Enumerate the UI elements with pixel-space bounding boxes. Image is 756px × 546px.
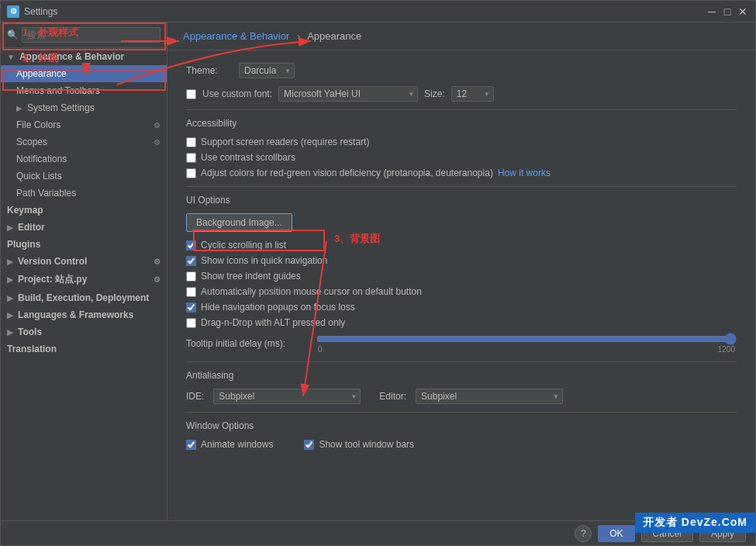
accessibility-row-0: Support screen readers (requires restart… bbox=[186, 136, 737, 147]
editor-antialias-wrapper[interactable]: Subpixel Greyscale No antialiasing bbox=[416, 389, 563, 404]
sidebar-item-label: System Settings bbox=[27, 102, 95, 113]
theme-row: Theme: Darcula IntelliJ bbox=[186, 63, 737, 78]
tooltip-slider-row: Tooltip initial delay (ms): 0 1200 bbox=[186, 333, 737, 354]
sidebar-item-label: Translation bbox=[7, 344, 57, 354]
close-button[interactable]: ✕ bbox=[737, 5, 749, 18]
ui-checkbox-3[interactable] bbox=[186, 287, 196, 297]
ui-checkbox-label-3: Automatically position mouse cursor on d… bbox=[201, 286, 422, 297]
title-bar: ⚙ Settings ─ □ ✕ bbox=[1, 1, 755, 22]
slider-min: 0 bbox=[318, 345, 323, 354]
accessibility-checkbox-1[interactable] bbox=[186, 153, 196, 163]
sidebar-item-appearance[interactable]: Appearance bbox=[1, 65, 167, 82]
expand-arrow-icon: ▶ bbox=[7, 328, 13, 337]
theme-label: Theme: bbox=[186, 65, 233, 76]
sidebar-tree: ▼ Appearance & Behavior Appearance Menus… bbox=[1, 48, 167, 520]
ui-checkbox-row-1: Show icons in quick navigation bbox=[186, 255, 737, 266]
ui-checkbox-4[interactable] bbox=[186, 302, 196, 313]
ui-checkbox-label-2: Show tree indent guides bbox=[201, 271, 301, 282]
theme-select-wrapper[interactable]: Darcula IntelliJ bbox=[239, 63, 295, 78]
tooltip-slider[interactable] bbox=[316, 333, 737, 345]
sidebar-item-label: Languages & Frameworks bbox=[18, 309, 133, 320]
breadcrumb-separator: › bbox=[297, 30, 300, 42]
sidebar-item-appearance-behavior[interactable]: ▼ Appearance & Behavior bbox=[1, 48, 167, 65]
settings-icon3: ⚙ bbox=[154, 257, 161, 266]
sidebar-item-scopes[interactable]: Scopes ⚙ bbox=[1, 133, 167, 150]
window-checkbox-label-1: Show tool window bars bbox=[319, 439, 414, 450]
window-title: Settings bbox=[24, 6, 706, 17]
sidebar-item-label: Scopes bbox=[16, 136, 47, 147]
maximize-button[interactable]: □ bbox=[721, 5, 734, 18]
sidebar-item-version-control[interactable]: ▶ Version Control ⚙ bbox=[1, 253, 167, 270]
size-select[interactable]: 12 11 13 14 bbox=[451, 86, 494, 102]
ui-checkbox-row-5: Drag-n-Drop with ALT pressed only bbox=[186, 317, 737, 328]
slider-max: 1200 bbox=[718, 345, 735, 354]
sidebar-item-label: Appearance bbox=[16, 68, 67, 79]
sidebar-item-menus-toolbars[interactable]: Menus and Toolbars bbox=[1, 82, 167, 99]
custom-font-checkbox[interactable] bbox=[186, 89, 196, 99]
how-it-works-link[interactable]: How it works bbox=[498, 168, 551, 178]
settings-icon: ⚙ bbox=[154, 121, 161, 130]
sidebar-item-label: Build, Execution, Deployment bbox=[18, 292, 149, 303]
ui-options-title: UI Options bbox=[186, 195, 737, 206]
sidebar-item-label: Editor bbox=[18, 222, 45, 233]
breadcrumb: Appearance & Behavior › Appearance bbox=[167, 22, 755, 50]
window-checkbox-0[interactable] bbox=[186, 440, 196, 450]
ui-checkbox-5[interactable] bbox=[186, 318, 196, 328]
ui-checkbox-1[interactable] bbox=[186, 256, 196, 266]
sidebar-item-system-settings[interactable]: ▶ System Settings bbox=[1, 99, 167, 116]
ui-checkbox-label-0: Cyclic scrolling in list bbox=[201, 240, 286, 251]
custom-font-row: Use custom font: Microsoft YaHei UI Size… bbox=[186, 86, 737, 102]
sidebar-item-keymap[interactable]: Keymap bbox=[1, 202, 167, 219]
sidebar-item-build[interactable]: ▶ Build, Execution, Deployment bbox=[1, 289, 167, 306]
search-icon: 🔍 bbox=[7, 29, 19, 40]
sidebar-item-label: Keymap bbox=[7, 205, 43, 216]
app-icon: ⚙ bbox=[7, 5, 19, 18]
window-checkbox-label-0: Animate windows bbox=[201, 439, 273, 450]
sidebar-search-bar[interactable]: 🔍 bbox=[1, 22, 167, 48]
window-controls: ─ □ ✕ bbox=[706, 5, 749, 18]
size-select-wrapper[interactable]: 12 11 13 14 bbox=[451, 86, 494, 102]
font-select-wrapper[interactable]: Microsoft YaHei UI bbox=[278, 86, 418, 102]
minimize-button[interactable]: ─ bbox=[706, 5, 718, 18]
settings-body: Theme: Darcula IntelliJ Use custom font: bbox=[167, 50, 755, 520]
help-button[interactable]: ? bbox=[575, 525, 592, 542]
accessibility-row-2: Adjust colors for red-green vision defic… bbox=[186, 168, 737, 178]
watermark: 开发者 DevZe.CoM bbox=[635, 513, 755, 533]
sidebar-item-plugins[interactable]: Plugins bbox=[1, 236, 167, 253]
ui-checkbox-row-4: Hide navigation popups on focus loss bbox=[186, 302, 737, 313]
window-options-row: Animate windows Show tool window bars bbox=[186, 439, 737, 454]
editor-label: Editor: bbox=[379, 391, 406, 402]
accessibility-checkbox-2[interactable] bbox=[186, 168, 196, 178]
expand-arrow-icon: ▶ bbox=[7, 275, 13, 284]
sidebar-item-editor[interactable]: ▶ Editor bbox=[1, 219, 167, 236]
sidebar-item-project[interactable]: ▶ Project: 站点.py ⚙ bbox=[1, 270, 167, 289]
breadcrumb-part1[interactable]: Appearance & Behavior bbox=[183, 30, 289, 42]
font-select[interactable]: Microsoft YaHei UI bbox=[278, 86, 418, 102]
theme-select[interactable]: Darcula IntelliJ bbox=[239, 63, 295, 78]
sidebar-item-path-variables[interactable]: Path Variables bbox=[1, 185, 167, 202]
bg-image-row: Background Image... bbox=[186, 213, 737, 232]
search-input[interactable] bbox=[22, 27, 161, 43]
sidebar-item-notifications[interactable]: Notifications bbox=[1, 150, 167, 168]
expand-arrow-icon: ▶ bbox=[7, 311, 13, 320]
ui-checkbox-2[interactable] bbox=[186, 271, 196, 282]
sidebar-item-file-colors[interactable]: File Colors ⚙ bbox=[1, 116, 167, 133]
sidebar-item-tools[interactable]: ▶ Tools bbox=[1, 323, 167, 340]
sidebar-item-quick-lists[interactable]: Quick Lists bbox=[1, 168, 167, 185]
ok-button[interactable]: OK bbox=[598, 525, 634, 542]
background-image-button[interactable]: Background Image... bbox=[186, 213, 292, 232]
window-checkbox-1[interactable] bbox=[304, 440, 314, 450]
sidebar-item-label: Tools bbox=[18, 327, 42, 337]
sidebar-item-translation[interactable]: Translation bbox=[1, 340, 167, 358]
ide-antialias-wrapper[interactable]: Subpixel Greyscale No antialiasing bbox=[213, 389, 361, 404]
ide-label: IDE: bbox=[186, 391, 204, 402]
sidebar-item-languages[interactable]: ▶ Languages & Frameworks bbox=[1, 306, 167, 323]
ide-antialias-select[interactable]: Subpixel Greyscale No antialiasing bbox=[213, 389, 361, 404]
accessibility-label-2: Adjust colors for red-green vision defic… bbox=[201, 168, 493, 178]
ui-checkbox-0[interactable] bbox=[186, 240, 196, 251]
slider-ticks: 0 1200 bbox=[316, 345, 737, 354]
editor-antialias-select[interactable]: Subpixel Greyscale No antialiasing bbox=[416, 389, 563, 404]
accessibility-checkbox-0[interactable] bbox=[186, 137, 196, 147]
sidebar-item-label: Notifications bbox=[16, 154, 67, 164]
accessibility-label-1: Use contrast scrollbars bbox=[201, 152, 295, 163]
